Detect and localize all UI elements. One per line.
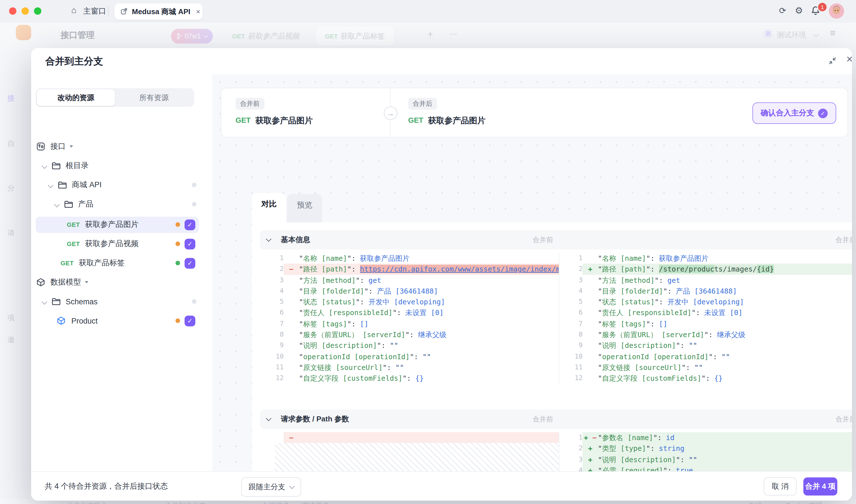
endpoint-title-after: 获取参产品图片 <box>428 115 486 126</box>
tab-preview[interactable]: 预览 <box>287 194 322 223</box>
diff-line: 6"责任人 [responsibleId]": 未设置 [0] <box>559 307 852 319</box>
tab-compare[interactable]: 对比 <box>252 193 286 222</box>
dropdown-caret-icon <box>70 145 73 148</box>
traffic-zoom-button[interactable] <box>34 7 41 15</box>
tab-divider <box>108 6 109 16</box>
diff-card: 基本信息 合并前 合并后 1"名称 [name]": 获取参产品图片2−"路径 … <box>252 222 852 487</box>
section-title: 请求参数 / Path 参数 <box>281 414 349 424</box>
section-title: 基本信息 <box>281 235 310 245</box>
collapse-icon[interactable] <box>828 57 837 67</box>
diff-line: 11"原文链接 [sourceUrl]": "" <box>260 362 559 373</box>
merge-checkbox[interactable]: ✓ <box>185 258 195 269</box>
tree-group-data-model[interactable]: 数据模型 <box>36 274 88 290</box>
main-window-tab[interactable]: 主窗口 <box>83 6 106 16</box>
cancel-button[interactable]: 取 消 <box>764 478 797 496</box>
diff-line: 12"自定义字段 [customFields]": {} <box>559 373 852 384</box>
diff-pane-before-basic: 1"名称 [name]": 获取参产品图片2−"路径 [path]": http… <box>260 253 559 384</box>
diff-line: 2+"类型 [type]": string <box>559 443 852 454</box>
change-indicator-dot <box>192 299 196 304</box>
diff-line: 6"责任人 [responsibleId]": 未设置 [0] <box>260 307 559 319</box>
home-icon[interactable]: ⌂ <box>71 5 76 15</box>
tree-endpoint-product-videos[interactable]: GET 获取参产品视频 <box>67 236 138 252</box>
diff-line: 2+"路径 [path]": /store/products/images/{i… <box>559 264 852 275</box>
tree-endpoint-product-tags[interactable]: GET 获取产品标签 <box>60 255 125 271</box>
merge-checkbox[interactable]: ✓ <box>185 239 195 250</box>
section-basic-info-header[interactable]: 基本信息 合并前 合并后 <box>260 230 852 250</box>
modal-title: 合并到主分支 <box>45 55 103 68</box>
status-dropdown[interactable]: 跟随主分支 <box>241 478 301 497</box>
after-pill: 合并后 <box>408 98 437 110</box>
tree-item-mall-api-label: 商城 API <box>72 180 102 190</box>
after-column-label: 合并后 <box>836 414 852 424</box>
external-window-icon <box>121 6 127 17</box>
modified-dot <box>175 222 180 227</box>
endpoint-label: 获取参产品视频 <box>85 239 138 249</box>
settings-gear-icon[interactable]: ⚙ <box>795 5 803 16</box>
diff-line: 10"operationId [operationId]": "" <box>559 351 852 362</box>
folder-icon <box>52 298 60 305</box>
avatar[interactable] <box>829 3 844 19</box>
tab-all-resources[interactable]: 所有资源 <box>115 89 193 106</box>
tree-group-data-model-label: 数据模型 <box>50 277 81 287</box>
diff-line: 8"服务（前置URL） [serverId]": 继承父级 <box>559 329 852 340</box>
modified-dot <box>175 241 180 246</box>
schema-cube-icon <box>57 316 66 325</box>
merge-summary-card: 合并前 GET 获取参产品图片 → 合并后 GET 获取参产品图片 确认合入主分… <box>221 88 848 138</box>
confirm-merge-button[interactable]: 确认合入主分支 ✓ <box>752 102 836 124</box>
window-titlebar: ⌂ 主窗口 Medusa 商城 API × ⟳ ⚙ 1 <box>0 0 856 23</box>
tree-item-product-folder-label: 产品 <box>78 199 93 209</box>
diff-line: 9"说明 [description]": "" <box>260 340 559 351</box>
tree-item-schemas-folder[interactable]: Schemas <box>42 293 98 309</box>
tree-item-schemas-folder-label: Schemas <box>66 297 98 306</box>
diff-line: 11"原文链接 [sourceUrl]": "" <box>559 362 852 373</box>
change-indicator-dot <box>192 183 196 187</box>
diff-line: 1+ −"参数名 [name]": id <box>559 432 852 443</box>
status-dropdown-label: 跟随主分支 <box>248 482 285 492</box>
modal-footer: 共 4 个待合并资源，合并后接口状态 跟随主分支 取 消 合并 4 项 <box>31 471 852 501</box>
change-indicator-dot <box>192 202 196 206</box>
diff-line: 7"标签 [tags]": [] <box>559 319 852 329</box>
merge-checkbox[interactable]: ✓ <box>185 316 195 326</box>
diff-line: 3+"说明 [description]": "" <box>559 454 852 465</box>
tree-group-api[interactable]: 接口 <box>36 139 73 155</box>
project-window-tab-label: Medusa 商城 API <box>132 6 191 17</box>
endpoint-title-before: 获取参产品图片 <box>255 115 313 126</box>
modal-sidebar: 改动的资源 所有资源 接口 根目录 商城 API 产品 <box>31 74 213 471</box>
tab-changed-resources[interactable]: 改动的资源 <box>37 89 115 106</box>
diff-line: 8"服务（前置URL） [serverId]": 继承父级 <box>260 329 559 340</box>
section-path-params-header[interactable]: 请求参数 / Path 参数 合并前 合并后 <box>260 410 852 429</box>
merge-confirm-button[interactable]: 合并 4 项 <box>803 478 837 496</box>
tree-item-product-folder[interactable]: 产品 <box>55 196 93 212</box>
project-window-tab[interactable]: Medusa 商城 API × <box>115 3 203 20</box>
diff-line: 9"说明 [description]": "" <box>559 340 852 351</box>
folder-icon <box>64 200 73 208</box>
traffic-minimize-button[interactable] <box>21 7 29 15</box>
refresh-icon[interactable]: ⟳ <box>779 6 786 16</box>
chevron-down-icon <box>289 483 295 489</box>
tree-item-mall-api[interactable]: 商城 API <box>49 177 102 193</box>
notification-badge: 1 <box>817 2 828 13</box>
check-circle-icon: ✓ <box>818 108 828 118</box>
diff-line: 10"operationId [operationId]": "" <box>260 351 559 362</box>
merge-checkbox[interactable]: ✓ <box>185 219 195 230</box>
diff-pane-before-params: − <box>260 432 559 443</box>
diff-line: 5"状态 [status]": 开发中 [developing] <box>559 296 852 307</box>
method-label: GET <box>235 116 250 124</box>
diff-line: 7"标签 [tags]": [] <box>260 319 559 329</box>
tree-item-schema-product[interactable]: Product <box>57 313 98 329</box>
modified-dot <box>175 319 180 323</box>
diff-line: 4"目录 [folderId]": 产品 [36461488] <box>260 286 559 297</box>
tree-group-api-label: 接口 <box>50 141 66 151</box>
diff-line: 4"目录 [folderId]": 产品 [36461488] <box>559 286 852 297</box>
close-tab-icon[interactable]: × <box>196 7 200 16</box>
close-icon[interactable]: × <box>846 53 852 66</box>
traffic-close-button[interactable] <box>9 7 16 15</box>
resource-tabs: 改动的资源 所有资源 <box>36 88 194 107</box>
diff-line: 1"名称 [name]": 获取参产品图片 <box>559 253 852 264</box>
before-column-label: 合并前 <box>533 414 553 424</box>
merge-modal: 合并到主分支 × 改动的资源 所有资源 接口 根目录 <box>31 48 852 501</box>
folder-icon <box>58 181 67 189</box>
tree-endpoint-product-images[interactable]: GET 获取参产品图片 <box>67 217 138 233</box>
tree-item-root-folder[interactable]: 根目录 <box>42 158 89 174</box>
modal-body: 合并前 GET 获取参产品图片 → 合并后 GET 获取参产品图片 确认合入主分… <box>212 74 852 471</box>
